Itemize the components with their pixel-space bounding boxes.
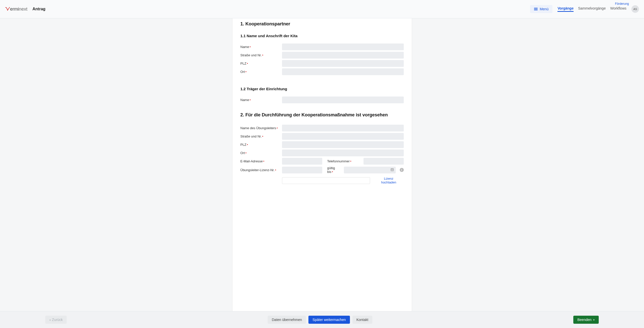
traeger-name-label: Name• — [240, 98, 279, 102]
menu-button[interactable]: Menü — [530, 5, 552, 13]
kontakt-button[interactable]: Kontakt — [352, 316, 372, 324]
spaeter-weitermachen-button[interactable]: Später weitermachen — [308, 316, 350, 324]
info-icon[interactable]: i — [400, 168, 404, 172]
hamburger-icon — [534, 8, 538, 10]
form-panel: 1. Kooperationspartner 1.1 Name und Ansc… — [232, 18, 412, 311]
footer-center: Daten übernehmen Später weitermachen Kon… — [268, 316, 372, 324]
ul-strasse-label: Straße und Nr.• — [240, 134, 279, 138]
kita-name-input[interactable] — [282, 43, 404, 50]
logo[interactable]: erminext — [5, 7, 27, 12]
email-label: E-Mail-Adresse• — [240, 159, 279, 163]
logo-swoosh-icon — [5, 7, 10, 11]
form-row-kita-name: Name• — [240, 43, 404, 50]
gueltig-bis-input[interactable] — [344, 167, 396, 173]
ul-ort-label: Ort• — [240, 151, 279, 155]
foerderung-link[interactable]: Förderung — [615, 2, 629, 6]
form-row-lizenz: Übungsleiter-Lizenz-Nr.• gültig bis• i — [240, 166, 404, 174]
logo-area: erminext Antrag — [5, 7, 46, 12]
email-input[interactable] — [282, 158, 322, 165]
telefon-input[interactable] — [364, 158, 404, 165]
form-row-kita-plz: PLZ• — [240, 60, 404, 67]
menu-button-label: Menü — [540, 7, 548, 11]
chevron-right-icon: » — [593, 318, 595, 321]
kita-ort-label: Ort• — [240, 70, 279, 74]
upload-box[interactable] — [282, 177, 370, 184]
header-right: Menü Vorgänge Sammelvorgänge Workflows A… — [530, 5, 639, 13]
form-row-ul-strasse: Straße und Nr.• — [240, 133, 404, 140]
kita-strasse-label: Straße und Nr.• — [240, 53, 279, 57]
form-row-traeger-name: Name• — [240, 97, 404, 103]
kita-plz-input[interactable] — [282, 60, 404, 67]
section1-sub2-title: 1.2 Träger der Einrichtung — [240, 87, 404, 91]
ul-plz-label: PLZ• — [240, 143, 279, 147]
form-row-kita-strasse: Straße und Nr.• — [240, 52, 404, 59]
footer: « Zurück Daten übernehmen Später weiterm… — [0, 311, 644, 328]
kita-name-label: Name• — [240, 45, 279, 49]
ul-ort-input[interactable] — [282, 150, 404, 156]
tab-sammelvorgaenge[interactable]: Sammelvorgänge — [578, 6, 606, 12]
daten-uebernehmen-button[interactable]: Daten übernehmen — [268, 316, 306, 324]
form-row-ul-ort: Ort• — [240, 150, 404, 156]
telefon-label: Telefonnummer• — [327, 159, 361, 163]
form-row-kita-ort: Ort• — [240, 68, 404, 75]
form-row-uebungsleiter: Name des Übungsleiters• — [240, 125, 404, 131]
section1-sub1-title: 1.1 Name und Anschrift der Kita — [240, 34, 404, 38]
gueltig-bis-label: gültig bis• — [327, 166, 341, 174]
zurueck-button: « Zurück — [45, 316, 67, 324]
header: erminext Antrag Förderung Menü Vorgänge … — [0, 0, 644, 18]
tab-workflows[interactable]: Workflows — [610, 6, 626, 12]
kita-ort-input[interactable] — [282, 68, 404, 75]
tab-vorgaenge[interactable]: Vorgänge — [557, 6, 574, 12]
page-title: Antrag — [32, 7, 46, 11]
lizenz-upload-button[interactable]: Lizenz hochladen — [374, 175, 404, 186]
traeger-name-input[interactable] — [282, 97, 404, 103]
section1-title: 1. Kooperationspartner — [240, 21, 404, 27]
date-input-wrapper — [344, 167, 396, 173]
footer-left: « Zurück — [45, 316, 67, 324]
beenden-button[interactable]: Beenden » — [573, 316, 599, 324]
uebungsleiter-label: Name des Übungsleiters• — [240, 126, 279, 130]
uebungsleiter-input[interactable] — [282, 125, 404, 131]
section2-title: 2. Für die Durchführung der Kooperations… — [240, 112, 404, 118]
main-container: 1. Kooperationspartner 1.1 Name und Ansc… — [0, 18, 644, 311]
upload-row: Lizenz hochladen — [282, 175, 404, 186]
kita-plz-label: PLZ• — [240, 62, 279, 65]
ul-strasse-input[interactable] — [282, 133, 404, 140]
lizenz-nr-input[interactable] — [282, 167, 322, 173]
ul-plz-input[interactable] — [282, 141, 404, 148]
footer-right: Beenden » — [573, 316, 599, 324]
logo-text: erminext — [10, 7, 27, 12]
form-row-ul-plz: PLZ• — [240, 141, 404, 148]
avatar[interactable]: AS — [631, 5, 639, 13]
nav-tabs: Vorgänge Sammelvorgänge Workflows — [557, 6, 626, 12]
chevron-left-icon: « — [49, 318, 51, 322]
lizenz-nr-label: Übungsleiter-Lizenz-Nr.• — [240, 168, 279, 172]
form-row-email-telefon: E-Mail-Adresse• Telefonnummer• — [240, 158, 404, 165]
kita-strasse-input[interactable] — [282, 52, 404, 59]
